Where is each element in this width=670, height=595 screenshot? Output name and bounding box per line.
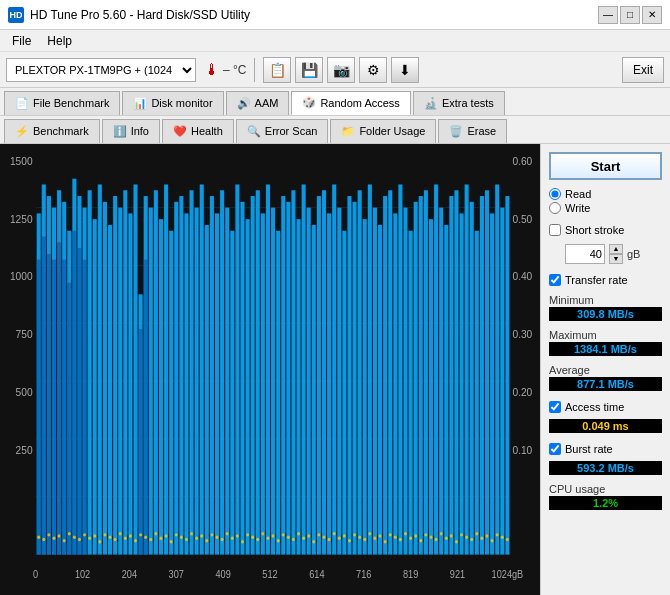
svg-point-169	[261, 532, 264, 535]
svg-rect-103	[460, 213, 464, 554]
svg-point-184	[338, 537, 341, 540]
tab-info[interactable]: ℹ️ Info	[102, 119, 160, 143]
svg-rect-75	[317, 196, 321, 554]
main-content: MB/s ms 1500 1250 1000	[0, 144, 670, 595]
tabs-row-2: ⚡ Benchmark ℹ️ Info ❤️ Health 🔍 Error Sc…	[0, 116, 670, 144]
tab-disk-monitor[interactable]: 📊 Disk monitor	[122, 91, 223, 115]
tab-error-scan[interactable]: 🔍 Error Scan	[236, 119, 329, 143]
svg-rect-79	[337, 208, 341, 555]
svg-point-197	[404, 532, 407, 535]
transfer-rate-checkbox[interactable]	[549, 274, 561, 286]
tab-random-access[interactable]: 🎲 Random Access	[291, 91, 410, 115]
menu-help[interactable]: Help	[39, 33, 80, 49]
svg-point-168	[256, 538, 259, 541]
toolbar-btn-2[interactable]: 💾	[295, 57, 323, 83]
burst-rate-checkbox-label[interactable]: Burst rate	[549, 443, 662, 455]
toolbar-btn-4[interactable]: ⚙	[359, 57, 387, 83]
read-radio[interactable]	[549, 188, 561, 200]
svg-rect-100	[444, 225, 448, 555]
read-radio-label[interactable]: Read	[549, 188, 662, 200]
svg-rect-60	[240, 202, 244, 555]
svg-rect-101	[449, 196, 453, 554]
stroke-spin-down[interactable]: ▼	[609, 254, 623, 264]
minimum-label: Minimum	[549, 294, 662, 306]
svg-rect-55	[215, 213, 219, 554]
tab-file-benchmark[interactable]: 📄 File Benchmark	[4, 91, 120, 115]
svg-point-150	[165, 534, 168, 537]
svg-text:716: 716	[356, 568, 372, 580]
temp-display: 🌡 – °C	[204, 61, 246, 79]
svg-rect-117	[57, 242, 61, 554]
svg-rect-105	[470, 202, 474, 555]
stroke-row: ▲ ▼ gB	[565, 244, 662, 264]
svg-text:614: 614	[309, 568, 325, 580]
tab-folder-usage[interactable]: 📁 Folder Usage	[330, 119, 436, 143]
short-stroke-checkbox-label[interactable]: Short stroke	[549, 224, 662, 236]
svg-point-141	[119, 532, 122, 535]
svg-point-164	[236, 534, 239, 537]
tab-health[interactable]: ❤️ Health	[162, 119, 234, 143]
svg-text:0.50: 0.50	[512, 212, 532, 225]
svg-point-210	[470, 538, 473, 541]
svg-point-126	[42, 538, 45, 541]
svg-point-127	[47, 533, 50, 536]
svg-rect-88	[383, 196, 387, 554]
toolbar-btn-3[interactable]: 📷	[327, 57, 355, 83]
svg-rect-80	[342, 231, 346, 555]
svg-rect-87	[378, 225, 382, 555]
disk-monitor-icon: 📊	[133, 97, 147, 110]
svg-text:0: 0	[33, 568, 39, 580]
tab-benchmark[interactable]: ⚡ Benchmark	[4, 119, 100, 143]
file-benchmark-icon: 📄	[15, 97, 29, 110]
access-time-checkbox[interactable]	[549, 401, 561, 413]
svg-text:409: 409	[215, 568, 230, 580]
gb-label: gB	[627, 248, 640, 260]
svg-rect-92	[403, 208, 407, 555]
start-button[interactable]: Start	[549, 152, 662, 180]
tab-erase[interactable]: 🗑️ Erase	[438, 119, 507, 143]
svg-rect-94	[414, 202, 418, 555]
transfer-rate-checkbox-label[interactable]: Transfer rate	[549, 274, 662, 286]
svg-text:307: 307	[169, 568, 184, 580]
drive-select[interactable]: PLEXTOR PX-1TM9PG + (1024 gB)	[6, 58, 196, 82]
svg-rect-116	[52, 260, 56, 555]
access-time-value: 0.049 ms	[549, 419, 662, 433]
minimize-button[interactable]: —	[598, 6, 618, 24]
short-stroke-checkbox[interactable]	[549, 224, 561, 236]
svg-point-144	[134, 539, 137, 542]
svg-point-179	[312, 540, 315, 543]
svg-rect-45	[164, 184, 168, 554]
svg-point-174	[287, 535, 290, 538]
stroke-value-input[interactable]	[565, 244, 605, 264]
burst-rate-checkbox[interactable]	[549, 443, 561, 455]
svg-text:0.20: 0.20	[512, 385, 532, 398]
menu-file[interactable]: File	[4, 33, 39, 49]
svg-rect-114	[42, 237, 46, 555]
folder-usage-icon: 📁	[341, 125, 355, 138]
svg-point-131	[68, 532, 71, 535]
toolbar-btn-1[interactable]: 📋	[263, 57, 291, 83]
svg-rect-122	[83, 260, 87, 555]
toolbar-btn-5[interactable]: ⬇	[391, 57, 419, 83]
extra-tests-icon: 🔬	[424, 97, 438, 110]
svg-rect-99	[439, 208, 443, 555]
burst-rate-value: 593.2 MB/s	[549, 461, 662, 475]
tab-extra-tests[interactable]: 🔬 Extra tests	[413, 91, 505, 115]
write-radio[interactable]	[549, 202, 561, 214]
svg-point-204	[440, 532, 443, 535]
stroke-spin-up[interactable]: ▲	[609, 244, 623, 254]
svg-point-153	[180, 535, 183, 538]
access-time-checkbox-label[interactable]: Access time	[549, 401, 662, 413]
maximize-button[interactable]: □	[620, 6, 640, 24]
svg-rect-69	[286, 202, 290, 555]
close-button[interactable]: ✕	[642, 6, 662, 24]
svg-point-175	[292, 538, 295, 541]
tab-aam[interactable]: 🔊 AAM	[226, 91, 290, 115]
svg-rect-97	[429, 219, 433, 554]
write-radio-label[interactable]: Write	[549, 202, 662, 214]
exit-button[interactable]: Exit	[622, 57, 664, 83]
svg-point-157	[200, 534, 203, 537]
svg-rect-74	[312, 225, 316, 555]
svg-point-199	[414, 534, 417, 537]
svg-rect-66	[271, 208, 275, 555]
